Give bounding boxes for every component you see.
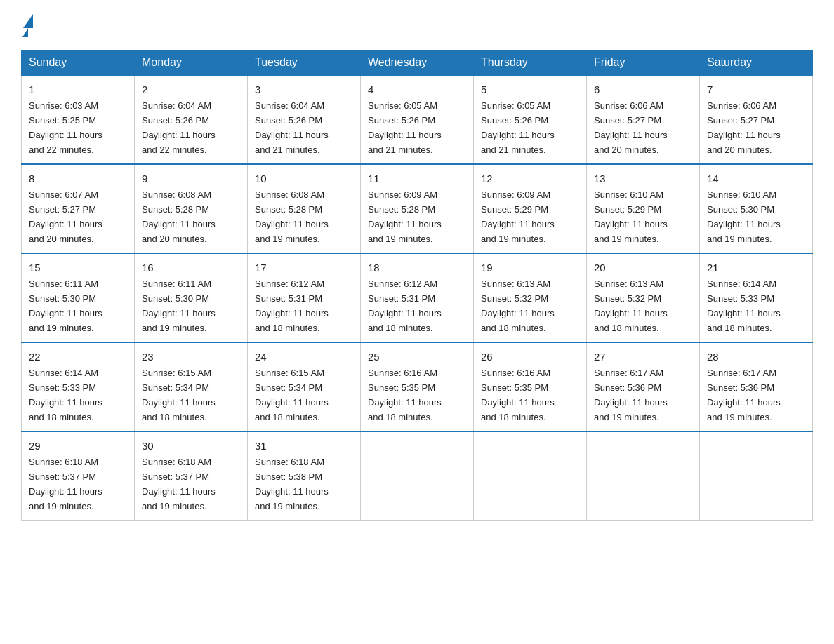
- day-info: Sunrise: 6:07 AMSunset: 5:27 PMDaylight:…: [29, 189, 102, 244]
- day-number: 6: [594, 81, 692, 98]
- day-number: 27: [594, 349, 692, 365]
- calendar-cell: [700, 431, 813, 520]
- day-info: Sunrise: 6:08 AMSunset: 5:28 PMDaylight:…: [142, 189, 216, 244]
- weekday-header-thursday: Thursday: [474, 51, 587, 76]
- day-number: 1: [29, 81, 127, 98]
- day-number: 10: [255, 170, 353, 187]
- day-info: Sunrise: 6:16 AMSunset: 5:35 PMDaylight:…: [481, 368, 555, 422]
- day-number: 14: [707, 170, 805, 187]
- calendar-cell: 5Sunrise: 6:05 AMSunset: 5:26 PMDaylight…: [474, 75, 587, 164]
- day-info: Sunrise: 6:14 AMSunset: 5:33 PMDaylight:…: [29, 368, 102, 422]
- day-info: Sunrise: 6:10 AMSunset: 5:30 PMDaylight:…: [707, 189, 781, 244]
- day-info: Sunrise: 6:05 AMSunset: 5:26 PMDaylight:…: [368, 100, 442, 155]
- day-number: 17: [255, 260, 353, 276]
- calendar-cell: 25Sunrise: 6:16 AMSunset: 5:35 PMDayligh…: [361, 342, 474, 431]
- day-number: 13: [594, 170, 692, 187]
- day-info: Sunrise: 6:13 AMSunset: 5:32 PMDaylight:…: [481, 279, 555, 333]
- calendar-cell: 26Sunrise: 6:16 AMSunset: 5:35 PMDayligh…: [474, 342, 587, 431]
- day-number: 28: [707, 349, 805, 365]
- calendar-cell: 19Sunrise: 6:13 AMSunset: 5:32 PMDayligh…: [474, 253, 587, 342]
- day-number: 19: [481, 260, 579, 276]
- day-number: 31: [255, 438, 353, 454]
- calendar-table: SundayMondayTuesdayWednesdayThursdayFrid…: [21, 50, 813, 521]
- day-info: Sunrise: 6:11 AMSunset: 5:30 PMDaylight:…: [29, 279, 102, 333]
- day-number: 2: [142, 81, 240, 98]
- day-info: Sunrise: 6:12 AMSunset: 5:31 PMDaylight:…: [368, 279, 442, 333]
- calendar-cell: 10Sunrise: 6:08 AMSunset: 5:28 PMDayligh…: [248, 164, 361, 253]
- day-info: Sunrise: 6:14 AMSunset: 5:33 PMDaylight:…: [707, 279, 781, 333]
- day-number: 7: [707, 81, 805, 98]
- calendar-cell: 24Sunrise: 6:15 AMSunset: 5:34 PMDayligh…: [248, 342, 361, 431]
- weekday-header-friday: Friday: [587, 51, 700, 76]
- day-info: Sunrise: 6:16 AMSunset: 5:35 PMDaylight:…: [368, 368, 442, 422]
- day-number: 21: [707, 260, 805, 276]
- calendar-cell: 18Sunrise: 6:12 AMSunset: 5:31 PMDayligh…: [361, 253, 474, 342]
- calendar-cell: 9Sunrise: 6:08 AMSunset: 5:28 PMDaylight…: [135, 164, 248, 253]
- calendar-cell: 16Sunrise: 6:11 AMSunset: 5:30 PMDayligh…: [135, 253, 248, 342]
- day-number: 26: [481, 349, 579, 365]
- day-number: 23: [142, 349, 240, 365]
- logo-triangle-icon: [23, 14, 33, 28]
- day-info: Sunrise: 6:18 AMSunset: 5:37 PMDaylight:…: [142, 457, 216, 511]
- calendar-cell: 3Sunrise: 6:04 AMSunset: 5:26 PMDaylight…: [248, 75, 361, 164]
- weekday-header-tuesday: Tuesday: [248, 51, 361, 76]
- logo-triangle-small-icon: [22, 28, 28, 37]
- day-number: 25: [368, 349, 466, 365]
- day-info: Sunrise: 6:03 AMSunset: 5:25 PMDaylight:…: [29, 100, 102, 155]
- day-info: Sunrise: 6:17 AMSunset: 5:36 PMDaylight:…: [594, 368, 668, 422]
- calendar-cell: 13Sunrise: 6:10 AMSunset: 5:29 PMDayligh…: [587, 164, 700, 253]
- day-info: Sunrise: 6:17 AMSunset: 5:36 PMDaylight:…: [707, 368, 781, 422]
- calendar-week-row: 22Sunrise: 6:14 AMSunset: 5:33 PMDayligh…: [22, 342, 813, 431]
- calendar-cell: 29Sunrise: 6:18 AMSunset: 5:37 PMDayligh…: [22, 431, 135, 520]
- day-number: 30: [142, 438, 240, 454]
- calendar-cell: 7Sunrise: 6:06 AMSunset: 5:27 PMDaylight…: [700, 75, 813, 164]
- day-info: Sunrise: 6:10 AMSunset: 5:29 PMDaylight:…: [594, 189, 668, 244]
- page-header: [21, 14, 813, 37]
- calendar-cell: 30Sunrise: 6:18 AMSunset: 5:37 PMDayligh…: [135, 431, 248, 520]
- day-number: 24: [255, 349, 353, 365]
- day-info: Sunrise: 6:13 AMSunset: 5:32 PMDaylight:…: [594, 279, 668, 333]
- calendar-cell: 15Sunrise: 6:11 AMSunset: 5:30 PMDayligh…: [22, 253, 135, 342]
- calendar-cell: 22Sunrise: 6:14 AMSunset: 5:33 PMDayligh…: [22, 342, 135, 431]
- weekday-header-saturday: Saturday: [700, 51, 813, 76]
- day-info: Sunrise: 6:12 AMSunset: 5:31 PMDaylight:…: [255, 279, 329, 333]
- day-info: Sunrise: 6:09 AMSunset: 5:29 PMDaylight:…: [481, 189, 555, 244]
- day-info: Sunrise: 6:15 AMSunset: 5:34 PMDaylight:…: [255, 368, 329, 422]
- calendar-cell: [587, 431, 700, 520]
- day-number: 15: [29, 260, 127, 276]
- weekday-header-monday: Monday: [135, 51, 248, 76]
- day-info: Sunrise: 6:04 AMSunset: 5:26 PMDaylight:…: [255, 100, 329, 155]
- logo: [21, 14, 33, 37]
- day-info: Sunrise: 6:06 AMSunset: 5:27 PMDaylight:…: [594, 100, 668, 155]
- day-number: 16: [142, 260, 240, 276]
- day-number: 12: [481, 170, 579, 187]
- day-info: Sunrise: 6:15 AMSunset: 5:34 PMDaylight:…: [142, 368, 216, 422]
- calendar-cell: 31Sunrise: 6:18 AMSunset: 5:38 PMDayligh…: [248, 431, 361, 520]
- weekday-header-row: SundayMondayTuesdayWednesdayThursdayFrid…: [22, 51, 813, 76]
- calendar-week-row: 8Sunrise: 6:07 AMSunset: 5:27 PMDaylight…: [22, 164, 813, 253]
- calendar-cell: 27Sunrise: 6:17 AMSunset: 5:36 PMDayligh…: [587, 342, 700, 431]
- calendar-cell: 11Sunrise: 6:09 AMSunset: 5:28 PMDayligh…: [361, 164, 474, 253]
- calendar-cell: 28Sunrise: 6:17 AMSunset: 5:36 PMDayligh…: [700, 342, 813, 431]
- calendar-week-row: 29Sunrise: 6:18 AMSunset: 5:37 PMDayligh…: [22, 431, 813, 520]
- weekday-header-sunday: Sunday: [22, 51, 135, 76]
- calendar-cell: [361, 431, 474, 520]
- day-info: Sunrise: 6:05 AMSunset: 5:26 PMDaylight:…: [481, 100, 555, 155]
- calendar-cell: 8Sunrise: 6:07 AMSunset: 5:27 PMDaylight…: [22, 164, 135, 253]
- day-number: 9: [142, 170, 240, 187]
- day-info: Sunrise: 6:09 AMSunset: 5:28 PMDaylight:…: [368, 189, 442, 244]
- day-info: Sunrise: 6:18 AMSunset: 5:38 PMDaylight:…: [255, 457, 329, 511]
- calendar-week-row: 15Sunrise: 6:11 AMSunset: 5:30 PMDayligh…: [22, 253, 813, 342]
- day-info: Sunrise: 6:04 AMSunset: 5:26 PMDaylight:…: [142, 100, 216, 155]
- day-number: 4: [368, 81, 466, 98]
- day-number: 5: [481, 81, 579, 98]
- day-number: 20: [594, 260, 692, 276]
- weekday-header-wednesday: Wednesday: [361, 51, 474, 76]
- day-number: 29: [29, 438, 127, 454]
- day-number: 11: [368, 170, 466, 187]
- calendar-cell: 4Sunrise: 6:05 AMSunset: 5:26 PMDaylight…: [361, 75, 474, 164]
- day-number: 22: [29, 349, 127, 365]
- calendar-cell: 17Sunrise: 6:12 AMSunset: 5:31 PMDayligh…: [248, 253, 361, 342]
- day-number: 8: [29, 170, 127, 187]
- day-info: Sunrise: 6:08 AMSunset: 5:28 PMDaylight:…: [255, 189, 329, 244]
